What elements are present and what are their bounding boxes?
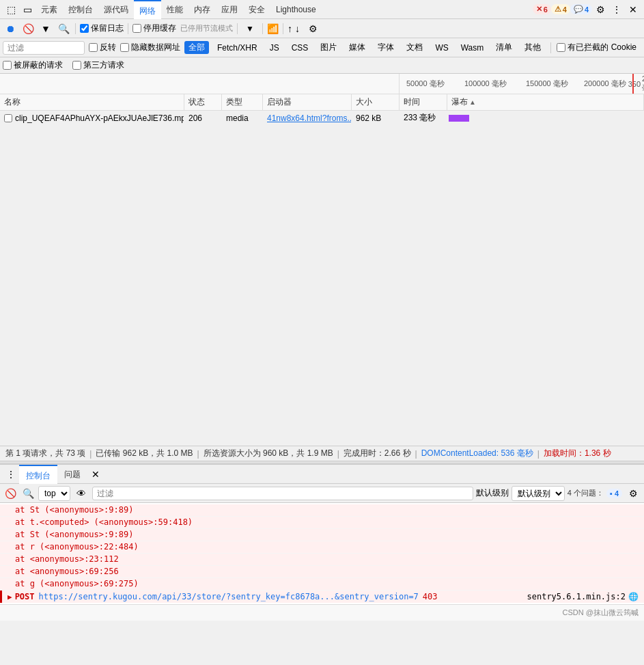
filter-other[interactable]: 其他 bbox=[520, 41, 545, 54]
tab-memory[interactable]: 内存 bbox=[188, 0, 216, 19]
settings-network-icon[interactable]: ⚙ bbox=[305, 21, 322, 37]
blocked-cookies-checkbox[interactable]: 有已拦截的 Cookie bbox=[557, 42, 636, 53]
console-more-icon[interactable]: ⋮ bbox=[3, 466, 19, 483]
cell-type-0: media bbox=[222, 111, 263, 125]
console-tab-issues[interactable]: 问题 bbox=[57, 465, 87, 484]
devtools-window: ⬚ ▭ 元素 控制台 源代码 网络 性能 内存 应用 安全 Lighthouse… bbox=[0, 0, 644, 665]
tab-application[interactable]: 应用 bbox=[216, 0, 243, 19]
tab-console[interactable]: 控制台 bbox=[63, 0, 98, 19]
console-line-1: at St (<anonymous>:9:89) bbox=[0, 504, 644, 517]
invert-checkbox[interactable]: 反转 bbox=[89, 42, 116, 53]
filter-all[interactable]: 全部 bbox=[184, 41, 209, 54]
status-load: 加载时间：1.36 秒 bbox=[544, 448, 611, 459]
info-badge: 💬 4 bbox=[570, 4, 592, 14]
cache-note: 已停用节流模式 bbox=[180, 23, 233, 33]
post-source[interactable]: sentry5.6.1.min.js:2 bbox=[527, 592, 626, 601]
separator-4 bbox=[262, 23, 263, 34]
table-row[interactable]: clip_UQEAF4APhuAYX-pAEkxJUAeJlE736.mp3 2… bbox=[0, 111, 644, 126]
cell-status-0: 206 bbox=[184, 111, 222, 125]
post-method: POST bbox=[15, 592, 35, 601]
filter-media[interactable]: 媒体 bbox=[345, 41, 369, 54]
filter-wasm[interactable]: Wasm bbox=[457, 42, 488, 53]
tab-elements[interactable]: 元素 bbox=[36, 0, 63, 19]
col-header-time[interactable]: 时间 bbox=[400, 94, 447, 110]
search-btn[interactable]: 🔍 bbox=[56, 21, 71, 36]
console-settings-icon[interactable]: ⚙ bbox=[625, 485, 641, 502]
col-header-size[interactable]: 大小 bbox=[352, 94, 400, 110]
col-header-waterfall[interactable]: 瀑布 ▲ bbox=[447, 94, 644, 110]
cell-time-0: 233 毫秒 bbox=[400, 111, 447, 125]
col-header-name[interactable]: 名称 bbox=[0, 94, 184, 110]
col-header-status[interactable]: 状态 bbox=[184, 94, 222, 110]
col-header-type[interactable]: 类型 bbox=[222, 94, 263, 110]
preserve-log-checkbox[interactable]: 保留日志 bbox=[80, 23, 124, 34]
row-checkbox-0[interactable] bbox=[4, 114, 12, 122]
filter-doc[interactable]: 文档 bbox=[402, 41, 427, 54]
console-toolbar: 🚫 🔍 top 👁 默认级别 默认级别 4 个问题： ▪ 4 ⚙ bbox=[0, 484, 644, 503]
status-requests: 第 1 项请求，共 73 项 bbox=[5, 448, 85, 459]
post-status: 403 bbox=[423, 592, 438, 601]
separator-1 bbox=[75, 23, 76, 34]
network-body[interactable]: clip_UQEAF4APhuAYX-pAEkxJUAeJlE736.mp3 2… bbox=[0, 111, 644, 446]
inspect-icon[interactable]: ⬚ bbox=[3, 1, 19, 18]
clear-btn[interactable]: 🚫 bbox=[20, 21, 36, 36]
filter-toggle-btn[interactable]: ▼ bbox=[38, 21, 53, 36]
hide-data-urls-checkbox[interactable]: 隐藏数据网址 bbox=[120, 42, 180, 53]
filter-manifest[interactable]: 清单 bbox=[492, 41, 516, 54]
error-triangle-icon: ▶ bbox=[8, 593, 12, 601]
console-line-3: at St (<anonymous>:9:89) bbox=[0, 529, 644, 541]
console-eye-icon[interactable]: 👁 bbox=[73, 485, 89, 502]
tab-performance[interactable]: 性能 bbox=[161, 0, 188, 19]
tab-network[interactable]: 网络 bbox=[134, 0, 161, 19]
filter-img[interactable]: 图片 bbox=[316, 41, 341, 54]
filter-css[interactable]: CSS bbox=[288, 42, 313, 53]
disable-cache-checkbox[interactable]: 停用缓存 bbox=[132, 23, 176, 34]
status-transferred: 已传输 962 kB，共 1.0 MB bbox=[96, 448, 193, 459]
console-line-2: at t.<computed> (<anonymous>:59:418) bbox=[0, 517, 644, 529]
console-filter-btn[interactable]: 🔍 bbox=[20, 486, 36, 501]
console-close-icon[interactable]: ✕ bbox=[87, 466, 104, 483]
record-btn[interactable]: ⏺ bbox=[3, 21, 18, 36]
post-url[interactable]: https://sentry.kugou.com/api/33/store/?s… bbox=[39, 592, 419, 601]
filter-js[interactable]: JS bbox=[266, 42, 283, 53]
filter-bar: 反转 隐藏数据网址 全部 Fetch/XHR JS CSS 图片 媒体 字体 文… bbox=[0, 38, 644, 57]
more-icon[interactable]: ⋮ bbox=[608, 1, 625, 18]
console-context-select[interactable]: top bbox=[38, 486, 70, 501]
filter-font[interactable]: 字体 bbox=[374, 41, 398, 54]
close-icon[interactable]: ✕ bbox=[625, 1, 641, 18]
tab-security[interactable]: 安全 bbox=[243, 0, 270, 19]
filter-ws[interactable]: WS bbox=[431, 42, 452, 53]
tab-lighthouse[interactable]: Lighthouse bbox=[270, 0, 322, 19]
blocked-requests-checkbox[interactable]: 被屏蔽的请求 bbox=[3, 59, 63, 71]
tab-sources[interactable]: 源代码 bbox=[98, 0, 134, 19]
cell-name-0: clip_UQEAF4APhuAYX-pAEkxJUAeJlE736.mp3 bbox=[0, 111, 184, 125]
waterfall-bar-0 bbox=[449, 115, 469, 122]
console-post-line: ▶ POST https://sentry.kugou.com/api/33/s… bbox=[0, 591, 644, 603]
cell-waterfall-0 bbox=[447, 111, 644, 125]
cell-initiator-0[interactable]: 41nw8x64.html?froms... bbox=[263, 111, 352, 125]
console-line-5: at <anonymous>:23:112 bbox=[0, 554, 644, 566]
col-header-initiator[interactable]: 启动器 bbox=[263, 94, 352, 110]
third-party-checkbox[interactable]: 第三方请求 bbox=[72, 59, 124, 71]
settings-icon[interactable]: ⚙ bbox=[592, 1, 608, 18]
console-output[interactable]: at St (<anonymous>:9:89) at t.<computed>… bbox=[0, 503, 644, 604]
filter-fetch-xhr[interactable]: Fetch/XHR bbox=[213, 42, 262, 53]
timeline-header: 50000 毫秒 100000 毫秒 150000 毫秒 200000 毫秒 2… bbox=[0, 74, 644, 94]
console-line-4: at r (<anonymous>:22:484) bbox=[0, 541, 644, 554]
post-source-link-icon[interactable]: 🌐 bbox=[628, 592, 639, 601]
filter-input[interactable] bbox=[3, 41, 85, 55]
table-header: 名称 状态 类型 启动器 大小 时间 瀑布 ▲ bbox=[0, 94, 644, 111]
console-line-7: at g (<anonymous>:69:275) bbox=[0, 578, 644, 591]
device-icon[interactable]: ▭ bbox=[19, 1, 36, 18]
csdn-logo: CSDN @抹山微云筠喊 bbox=[563, 608, 639, 618]
console-clear-btn[interactable]: 🚫 bbox=[3, 486, 18, 501]
console-level-select[interactable]: 默认级别 bbox=[512, 486, 565, 501]
console-tabs-bar: ⋮ 控制台 问题 ✕ bbox=[0, 465, 644, 484]
error-badge: ✕ 6 bbox=[533, 4, 551, 14]
console-line-6: at <anonymous>:69:256 bbox=[0, 566, 644, 578]
throttle-dropdown[interactable]: ▼ bbox=[242, 23, 258, 35]
console-tab-console[interactable]: 控制台 bbox=[19, 465, 57, 484]
console-filter-input[interactable] bbox=[92, 487, 473, 500]
status-finish: 完成用时：2.66 秒 bbox=[344, 448, 411, 459]
filter-sep bbox=[550, 42, 551, 53]
